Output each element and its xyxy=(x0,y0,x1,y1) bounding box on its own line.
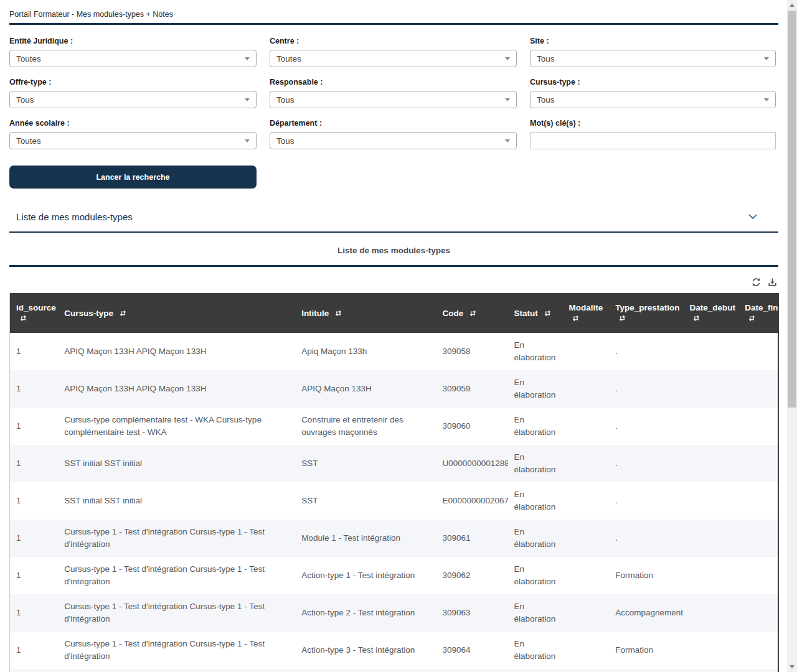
mots-cles-input[interactable] xyxy=(530,132,776,149)
column-header-type_prestation[interactable]: Type_prestation xyxy=(609,293,683,333)
filters-grid: Entité Juridique :ToutesCentre :ToutesSi… xyxy=(9,37,778,149)
cell-intitule: APIQ Maçon 133H xyxy=(295,370,436,408)
column-header-date_debut[interactable]: Date_debut xyxy=(683,293,738,333)
entite-juridique-select[interactable]: Toutes xyxy=(9,50,257,67)
select-value: Tous xyxy=(276,95,295,105)
select-value: Tous xyxy=(276,136,295,146)
chevron-down-icon xyxy=(764,57,769,60)
filter-field-offre-type: Offre-type :Tous xyxy=(9,78,257,108)
site-select[interactable]: Tous xyxy=(530,50,776,67)
collapse-title: Liste de mes modules-types xyxy=(16,212,133,222)
cell-id_source: 1 xyxy=(10,370,59,408)
download-icon xyxy=(768,278,777,287)
table-title: Liste de mes modules-types xyxy=(9,246,778,255)
centre-select[interactable]: Toutes xyxy=(270,50,517,67)
column-header-statut[interactable]: Statut xyxy=(508,293,563,333)
table-toolbar xyxy=(9,278,778,287)
column-header-modalite[interactable]: Modalite xyxy=(562,293,609,333)
select-value: Tous xyxy=(537,95,555,105)
cell-modalite xyxy=(562,520,609,557)
annee-scolaire-select[interactable]: Toutes xyxy=(9,132,257,149)
offre-type-select[interactable]: Tous xyxy=(9,91,257,108)
refresh-icon xyxy=(752,278,761,287)
filter-field-entite-juridique: Entité Juridique :Toutes xyxy=(9,37,257,67)
table-body: 1APIQ Maçon 133H APIQ Maçon 133HApiq Maç… xyxy=(10,333,779,669)
cell-date_debut xyxy=(683,557,738,594)
cell-type_prestation: . xyxy=(609,370,683,408)
cell-type_prestation: Formation xyxy=(609,557,683,594)
sort-icon xyxy=(20,315,27,322)
cell-date_fin xyxy=(738,520,778,557)
table-row[interactable]: 1APIQ Maçon 133H APIQ Maçon 133HAPIQ Maç… xyxy=(10,370,779,408)
refresh-button[interactable] xyxy=(752,278,761,287)
column-label: Cursus-type xyxy=(64,309,116,318)
triangle-down-icon xyxy=(790,665,795,668)
scroll-up-button[interactable] xyxy=(787,0,797,11)
chevron-down-icon xyxy=(245,139,250,142)
table-row[interactable]: 1Cursus-type 1 - Test d'intégration Curs… xyxy=(10,632,779,669)
table-row[interactable]: 1SST initial SST initialSSTU000000000128… xyxy=(10,445,779,482)
table-row[interactable]: 1APIQ Maçon 133H APIQ Maçon 133HApiq Maç… xyxy=(10,333,779,370)
cell-statut: En élaboration xyxy=(508,482,563,520)
cell-date_debut xyxy=(683,594,738,632)
collapse-header[interactable]: Liste de mes modules-types xyxy=(9,212,778,233)
cell-intitule: Module 1 - Test intégration xyxy=(295,520,436,557)
cursus-type-select[interactable]: Tous xyxy=(530,91,776,108)
triangle-up-icon xyxy=(790,4,795,7)
cell-id_source: 1 xyxy=(10,632,59,669)
select-value: Toutes xyxy=(16,136,41,146)
cell-date_fin xyxy=(738,482,778,520)
table-row[interactable]: 1SST initial SST initialSSTE000000000206… xyxy=(10,482,779,520)
chevron-down-icon xyxy=(245,57,250,60)
table-header-row: id_source Cursus-type Intitule Code Stat… xyxy=(10,293,779,333)
cell-code: 309058 xyxy=(436,333,507,370)
filter-field-departement: Département :Tous xyxy=(270,119,517,149)
column-header-id_source[interactable]: id_source xyxy=(10,293,59,333)
cell-code: 309059 xyxy=(436,370,507,408)
select-value: Tous xyxy=(537,54,555,63)
departement-select[interactable]: Tous xyxy=(270,132,517,149)
cell-id_source: 1 xyxy=(10,408,59,445)
cell-intitule: Action-type 2 - Test intégration xyxy=(295,594,436,632)
filter-field-cursus-type: Cursus-type :Tous xyxy=(530,78,776,108)
responsable-select[interactable]: Tous xyxy=(270,91,517,108)
download-button[interactable] xyxy=(768,278,777,287)
cell-date_fin xyxy=(738,445,778,482)
column-header-cursus_type[interactable]: Cursus-type xyxy=(58,293,295,333)
cell-date_debut xyxy=(683,445,738,482)
table-row[interactable]: 1Cursus-type 1 - Test d'intégration Curs… xyxy=(10,557,779,594)
cell-type_prestation: Formation xyxy=(609,632,683,669)
cell-type_prestation: . xyxy=(609,520,683,557)
cell-date_fin xyxy=(738,370,778,408)
cell-intitule: SST xyxy=(295,445,436,482)
column-header-date_fin[interactable]: Date_fin xyxy=(738,293,778,333)
search-button[interactable]: Lancer la recherche xyxy=(9,166,257,189)
cell-statut: En élaboration xyxy=(508,333,563,370)
table-row[interactable]: 1Cursus-type complémentaire test - WKA C… xyxy=(10,408,779,445)
scrollbar-thumb[interactable] xyxy=(788,11,796,408)
select-value: Toutes xyxy=(276,54,301,63)
column-label: Modalite xyxy=(568,303,603,312)
column-header-code[interactable]: Code xyxy=(436,293,507,333)
filter-field-centre: Centre :Toutes xyxy=(270,37,517,67)
table-row[interactable]: 1Cursus-type 1 - Test d'intégration Curs… xyxy=(10,594,779,632)
sort-icon xyxy=(572,315,579,322)
table-row[interactable]: 1Cursus-type 1 - Test d'intégration Curs… xyxy=(10,520,779,557)
cell-cursus_type: Cursus-type 1 - Test d'intégration Cursu… xyxy=(58,594,295,632)
column-header-intitule[interactable]: Intitule xyxy=(295,293,436,333)
cell-statut: En élaboration xyxy=(508,520,563,557)
cell-cursus_type: Cursus-type 1 - Test d'intégration Cursu… xyxy=(58,557,295,594)
cell-modalite xyxy=(562,557,609,594)
cell-date_debut xyxy=(683,370,738,408)
column-label: Date_debut xyxy=(689,303,735,312)
cell-intitule: Action-type 3 - Test intégration xyxy=(295,632,436,669)
vertical-scrollbar[interactable] xyxy=(787,0,797,672)
cell-modalite xyxy=(562,370,609,408)
filter-label: Responsable : xyxy=(270,78,517,86)
filter-label: Centre : xyxy=(270,37,517,45)
chevron-down-icon[interactable] xyxy=(748,214,757,220)
scroll-down-button[interactable] xyxy=(787,661,797,672)
cell-cursus_type: SST initial SST initial xyxy=(58,445,295,482)
cell-cursus_type: APIQ Maçon 133H APIQ Maçon 133H xyxy=(58,370,295,408)
cell-code: U00000000012885 xyxy=(436,445,507,482)
